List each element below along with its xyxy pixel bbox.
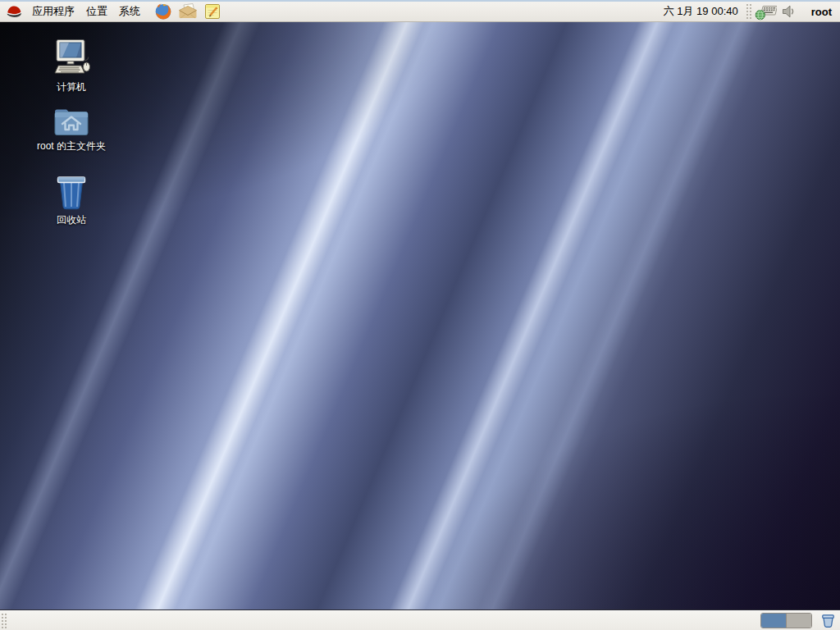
text-editor-launcher[interactable] bbox=[200, 2, 225, 21]
email-launcher[interactable] bbox=[176, 2, 200, 21]
keyboard-indicator[interactable] bbox=[754, 2, 778, 21]
volume-control[interactable] bbox=[778, 2, 800, 21]
workspace-1[interactable] bbox=[761, 614, 786, 628]
trash-applet-icon bbox=[820, 613, 836, 628]
firefox-icon bbox=[154, 2, 172, 21]
workspace-switcher bbox=[760, 613, 812, 628]
desktop-icon-home-folder[interactable]: root 的主文件夹 bbox=[14, 105, 129, 153]
home-folder-icon bbox=[52, 105, 91, 138]
clock-applet[interactable]: 六 1月 19 00:40 bbox=[657, 4, 745, 19]
desktop-wallpaper[interactable] bbox=[0, 0, 840, 630]
applications-logo-menu[interactable] bbox=[0, 2, 26, 21]
menu-places[interactable]: 位置 bbox=[80, 2, 113, 21]
notification-area-handle[interactable] bbox=[746, 3, 753, 20]
top-panel: 应用程序 位置 系统 bbox=[0, 0, 840, 22]
firefox-launcher[interactable] bbox=[151, 2, 176, 21]
menu-applications-label: 应用程序 bbox=[32, 4, 75, 19]
user-switcher[interactable]: root bbox=[800, 6, 840, 18]
email-envelope-icon bbox=[178, 3, 198, 20]
desktop-icon-label: root 的主文件夹 bbox=[35, 140, 107, 153]
window-list-handle[interactable] bbox=[1, 613, 8, 628]
menu-applications[interactable]: 应用程序 bbox=[26, 2, 80, 21]
menu-system-label: 系统 bbox=[119, 4, 140, 19]
clock-text: 六 1月 19 00:40 bbox=[664, 5, 738, 17]
trash-applet[interactable] bbox=[818, 611, 838, 630]
redhat-logo-icon bbox=[5, 2, 23, 21]
desktop-icon-label: 计算机 bbox=[55, 81, 88, 94]
trash-icon bbox=[53, 174, 89, 212]
workspace-2[interactable] bbox=[786, 614, 811, 628]
username-text: root bbox=[811, 6, 832, 18]
desktop-icon-label: 回收站 bbox=[55, 214, 88, 226]
computer-icon bbox=[51, 38, 92, 79]
bottom-panel bbox=[0, 610, 840, 630]
keyboard-globe-icon bbox=[755, 3, 777, 21]
speaker-icon bbox=[781, 3, 797, 20]
desktop-icon-computer[interactable]: 计算机 bbox=[14, 38, 129, 94]
menu-places-label: 位置 bbox=[86, 4, 107, 19]
desktop-icon-trash[interactable]: 回收站 bbox=[14, 174, 129, 226]
text-editor-icon bbox=[203, 2, 221, 21]
menu-system[interactable]: 系统 bbox=[113, 2, 146, 21]
